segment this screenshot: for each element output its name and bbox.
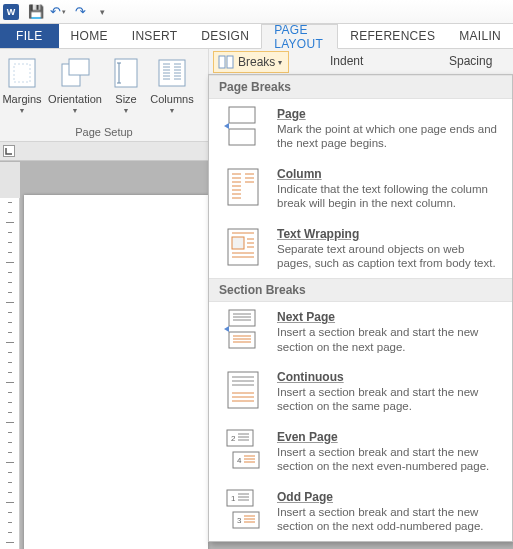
svg-text:3: 3 (237, 516, 242, 525)
svg-rect-46 (229, 310, 255, 326)
group-page-setup: Margins ▼ Orientation ▼ Size ▼ (0, 49, 209, 141)
break-item-title: Next Page (277, 310, 502, 324)
tab-page-layout[interactable]: PAGE LAYOUT (261, 24, 338, 49)
orientation-button[interactable]: Orientation ▼ (44, 53, 106, 125)
break-item-desc: Insert a section break and start the new… (277, 325, 502, 354)
break-item-desc: Insert a section break and start the new… (277, 385, 502, 414)
redo-icon: ↷ (75, 4, 86, 19)
break-item-title: Page (277, 107, 502, 121)
break-item-title: Odd Page (277, 490, 502, 504)
continuous-break-icon (223, 370, 263, 410)
margins-button[interactable]: Margins ▼ (0, 53, 44, 125)
svg-rect-3 (69, 59, 89, 75)
tab-home[interactable]: HOME (59, 24, 120, 48)
break-item-next-page[interactable]: Next Page Insert a section break and sta… (209, 302, 512, 362)
break-item-desc: Separate text around objects on web page… (277, 242, 502, 271)
svg-text:4: 4 (237, 456, 242, 465)
undo-button[interactable]: ↶▾ (47, 2, 69, 22)
odd-page-break-icon: 13 (223, 490, 263, 530)
break-item-desc: Insert a section break and start the new… (277, 505, 502, 534)
title-bar: W 💾 ↶▾ ↷ ▾ (0, 0, 513, 24)
break-item-desc: Insert a section break and start the new… (277, 445, 502, 474)
tab-design[interactable]: DESIGN (189, 24, 261, 48)
svg-rect-50 (229, 332, 255, 348)
chevron-down-icon: ▼ (72, 107, 79, 114)
margins-icon (6, 57, 38, 89)
word-app-icon: W (3, 4, 19, 20)
breaks-dropdown-button[interactable]: Breaks ▾ (213, 51, 289, 73)
size-icon (110, 57, 142, 89)
undo-icon: ↶ (50, 4, 61, 19)
vertical-ruler (0, 162, 20, 549)
svg-rect-0 (9, 59, 35, 87)
breaks-dropdown-menu: Page Breaks Page Mark the point at which… (208, 74, 513, 542)
break-item-column[interactable]: Column Indicate that the text following … (209, 159, 512, 219)
break-item-text-wrapping[interactable]: Text Wrapping Separate text around objec… (209, 219, 512, 279)
indent-label: Indent (330, 54, 363, 68)
spacing-label: Spacing (449, 54, 492, 68)
svg-rect-22 (227, 56, 233, 68)
chevron-down-icon: ▼ (123, 107, 130, 114)
break-item-title: Even Page (277, 430, 502, 444)
svg-rect-25 (229, 129, 255, 145)
svg-rect-23 (4, 146, 15, 157)
svg-rect-24 (229, 107, 255, 123)
chevron-down-icon: ▾ (278, 58, 282, 67)
tab-file[interactable]: FILE (0, 24, 59, 48)
svg-rect-8 (159, 60, 185, 86)
orientation-icon (59, 57, 91, 89)
break-item-desc: Mark the point at which one page ends an… (277, 122, 502, 151)
document-page[interactable] (24, 195, 208, 549)
break-item-title: Text Wrapping (277, 227, 502, 241)
dropdown-header-section-breaks: Section Breaks (209, 278, 512, 302)
size-button[interactable]: Size ▼ (106, 53, 146, 125)
group-label-page-setup: Page Setup (0, 125, 208, 140)
save-icon: 💾 (28, 4, 44, 19)
even-page-break-icon: 24 (223, 430, 263, 470)
svg-rect-21 (219, 56, 225, 68)
break-item-continuous[interactable]: Continuous Insert a section break and st… (209, 362, 512, 422)
svg-text:1: 1 (231, 494, 236, 503)
svg-marker-26 (224, 123, 229, 129)
dropdown-header-page-breaks: Page Breaks (209, 75, 512, 99)
break-item-even-page[interactable]: 24 Even Page Insert a section break and … (209, 422, 512, 482)
text-wrapping-break-icon (223, 227, 263, 267)
svg-marker-54 (224, 326, 229, 332)
break-item-odd-page[interactable]: 13 Odd Page Insert a section break and s… (209, 482, 512, 542)
break-item-desc: Indicate that the text following the col… (277, 182, 502, 211)
columns-button[interactable]: Columns ▼ (146, 53, 198, 125)
tab-mailings[interactable]: MAILIN (447, 24, 513, 48)
next-page-break-icon (223, 310, 263, 350)
redo-button[interactable]: ↷ (69, 2, 91, 22)
tab-references[interactable]: REFERENCES (338, 24, 447, 48)
break-item-title: Column (277, 167, 502, 181)
ribbon-tabstrip: FILE HOME INSERT DESIGN PAGE LAYOUT REFE… (0, 24, 513, 49)
page-break-icon (223, 107, 263, 147)
columns-icon (156, 57, 188, 89)
break-item-title: Continuous (277, 370, 502, 384)
chevron-down-icon: ▼ (19, 107, 26, 114)
column-break-icon (223, 167, 263, 207)
chevron-down-icon: ▼ (169, 107, 176, 114)
svg-text:2: 2 (231, 434, 236, 443)
breaks-icon (218, 55, 234, 69)
break-item-page[interactable]: Page Mark the point at which one page en… (209, 99, 512, 159)
qat-customize-button[interactable]: ▾ (91, 2, 113, 22)
tab-insert[interactable]: INSERT (120, 24, 190, 48)
svg-rect-39 (232, 237, 244, 249)
tab-selector-icon[interactable] (3, 145, 15, 157)
save-button[interactable]: 💾 (25, 2, 47, 22)
